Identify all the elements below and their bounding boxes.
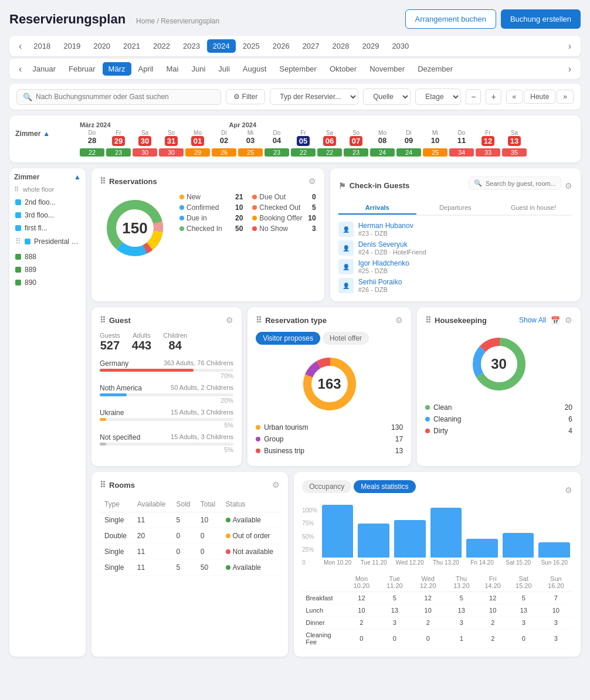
month-item-Februar[interactable]: Februar (63, 62, 101, 76)
year-item-2022[interactable]: 2022 (147, 39, 176, 53)
checkin-tab-0[interactable]: Arrivals (338, 202, 416, 215)
day-cell-29[interactable]: Fr29 (106, 130, 131, 146)
checkin-settings-icon[interactable]: ⚙ (565, 181, 572, 191)
sidebar-room-4[interactable]: 888 (14, 250, 81, 263)
day-cell-31[interactable]: So31 (159, 130, 184, 146)
checkin-tab-1[interactable]: Departures (416, 202, 494, 215)
sidebar-collapse-icon[interactable]: ▲ (74, 173, 81, 181)
guest-name-0: Herman Hubanov (358, 222, 413, 230)
occupancy-settings-icon[interactable]: ⚙ (565, 485, 572, 495)
restype-settings-icon[interactable]: ⚙ (395, 315, 403, 325)
bar-label-0: Mon 10.20 (324, 559, 351, 566)
guest-name-3: Serhii Poraiko (358, 278, 402, 286)
year-item-2023[interactable]: 2023 (177, 39, 206, 53)
sidebar-room-0[interactable]: 2nd floo... (14, 196, 81, 209)
month-item-September[interactable]: September (273, 62, 323, 76)
month-next-button[interactable]: › (565, 63, 575, 76)
month-item-Oktober[interactable]: Oktober (324, 62, 362, 76)
month-item-Mai[interactable]: Mai (161, 62, 185, 76)
occ-tab-meals-statistics[interactable]: Meals statistics (354, 480, 415, 493)
year-item-2030[interactable]: 2030 (386, 39, 415, 53)
search-input[interactable] (36, 93, 215, 101)
zoom-in-button[interactable]: + (486, 89, 501, 104)
year-item-2025[interactable]: 2025 (237, 39, 266, 53)
year-item-2019[interactable]: 2019 (57, 39, 86, 53)
day-cell-04[interactable]: Do04 (265, 130, 289, 146)
day-cell-05[interactable]: Fr05 (291, 130, 316, 146)
year-item-2021[interactable]: 2021 (117, 39, 146, 53)
year-item-2026[interactable]: 2026 (267, 39, 296, 53)
checkin-tabs: ArrivalsDeparturesGuest in house! (338, 202, 572, 216)
month-item-November[interactable]: November (364, 62, 411, 76)
month-item-März[interactable]: März (103, 62, 131, 76)
avail-cell-15: 33 (476, 148, 500, 157)
guest-header: ⠿ Guest ⚙ (100, 315, 233, 325)
sidebar-item-whole-floor[interactable]: ⠿ whole floor (14, 186, 81, 193)
housekeeping-show-all[interactable]: Show All (519, 316, 546, 324)
sidebar-room-3[interactable]: ⠿Presidental Sui... (14, 235, 81, 248)
day-cell-10[interactable]: Mi10 (423, 130, 447, 146)
month-item-Januar[interactable]: Januar (26, 62, 62, 76)
year-item-2029[interactable]: 2029 (356, 39, 385, 53)
day-cell-28[interactable]: Do28 (80, 130, 104, 146)
floor-select[interactable]: Etage (415, 89, 461, 105)
day-cell-06[interactable]: Sa06 (317, 130, 342, 146)
day-cell-03[interactable]: Mi03 (238, 130, 263, 146)
day-cell-01[interactable]: Mo01 (185, 130, 210, 146)
meals-cell-1-3: 13 (445, 604, 478, 617)
arrangement-button[interactable]: Arrangement buchen (405, 9, 496, 29)
meals-row-1: Lunch10131013101310 (302, 604, 572, 617)
reservations-settings-icon[interactable]: ⚙ (308, 176, 316, 186)
zoom-out-button[interactable]: − (466, 89, 481, 104)
meals-cell-2-6: 3 (540, 617, 572, 629)
meals-col-0 (302, 573, 344, 592)
filter-icon: ⚙ (233, 93, 240, 101)
month-item-April[interactable]: April (133, 62, 160, 76)
year-item-2028[interactable]: 2028 (327, 39, 355, 53)
guest-item-0: 👤 Herman Hubanov #23 - DZB (338, 222, 572, 237)
day-cell-09[interactable]: Di09 (396, 130, 421, 146)
restype-tab-hotel-offer[interactable]: Hotel offer (323, 332, 369, 345)
guest-room-2: #25 - DZB (358, 267, 409, 274)
prev-period-button[interactable]: « (506, 90, 523, 104)
checkin-tab-2[interactable]: Guest in house! (494, 202, 572, 215)
sidebar-room-5[interactable]: 889 (14, 263, 81, 276)
zimmer-collapse-icon[interactable]: ▲ (43, 130, 50, 138)
housekeeping-calendar-icon[interactable]: 📅 (551, 316, 560, 325)
housekeeping-settings-icon[interactable]: ⚙ (565, 315, 572, 325)
day-cell-11[interactable]: Do11 (449, 130, 474, 146)
day-cell-12[interactable]: Fr12 (476, 130, 500, 146)
bar-chart-container: Mon 10.20Tue 11.20Wed 12.20Thu 13.20Fri … (320, 507, 572, 568)
sidebar-room-2[interactable]: first fl... (14, 222, 81, 235)
rooms-settings-icon[interactable]: ⚙ (272, 480, 280, 490)
sidebar-room-1[interactable]: 3rd floo... (14, 209, 81, 222)
restype-tab-visitor-proposes[interactable]: Visitor proposes (256, 332, 320, 345)
day-cell-02[interactable]: Di02 (212, 130, 236, 146)
housekeeping-header: ⠿ Housekeeping Show All 📅 ⚙ (425, 315, 572, 325)
year-prev-button[interactable]: ‹ (15, 40, 25, 53)
occ-tab-occupancy[interactable]: Occupancy (302, 480, 351, 493)
month-item-August[interactable]: August (237, 62, 272, 76)
day-cell-13[interactable]: Sa13 (502, 130, 527, 146)
source-select[interactable]: Quelle (363, 89, 411, 105)
checkin-search-input[interactable] (486, 180, 556, 187)
next-period-button[interactable]: » (557, 90, 574, 104)
year-item-2027[interactable]: 2027 (297, 39, 325, 53)
day-cell-07[interactable]: So07 (344, 130, 368, 146)
year-item-2020[interactable]: 2020 (87, 39, 116, 53)
month-item-Dezember[interactable]: Dezember (412, 62, 459, 76)
day-cell-30[interactable]: Sa30 (133, 130, 157, 146)
month-item-Juni[interactable]: Juni (185, 62, 211, 76)
month-prev-button[interactable]: ‹ (15, 63, 25, 76)
year-item-2018[interactable]: 2018 (28, 39, 56, 53)
booking-button[interactable]: Buchung erstellen (501, 9, 581, 29)
sidebar-room-6[interactable]: 890 (14, 276, 81, 289)
reservation-type-select[interactable]: Typ der Reservier... (270, 89, 358, 105)
year-next-button[interactable]: › (565, 40, 575, 53)
day-cell-08[interactable]: Mo08 (370, 130, 395, 146)
filter-button[interactable]: ⚙ Filter (226, 89, 266, 104)
year-item-2024[interactable]: 2024 (207, 39, 236, 53)
month-item-Juli[interactable]: Juli (212, 62, 236, 76)
guest-settings-icon[interactable]: ⚙ (226, 315, 233, 325)
today-button[interactable]: Heute (524, 90, 555, 104)
